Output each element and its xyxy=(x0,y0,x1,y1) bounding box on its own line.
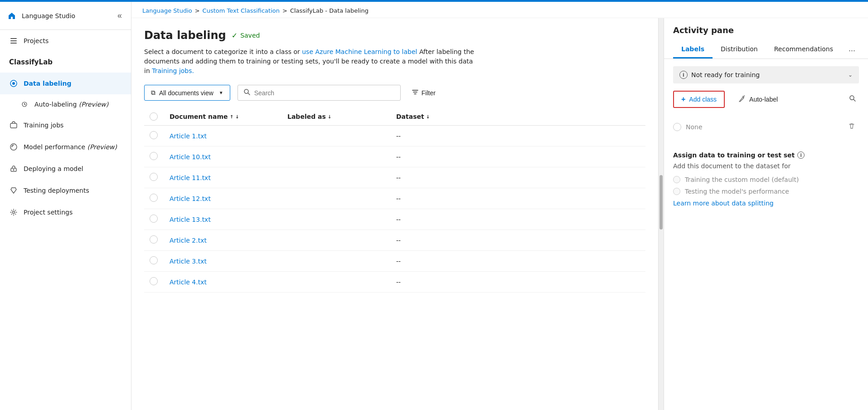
sidebar-item-testing-deployments[interactable]: Testing deployments xyxy=(0,180,131,201)
deploy-icon xyxy=(9,164,18,173)
sidebar-item-model-performance[interactable]: Model performance (Preview) xyxy=(0,136,131,158)
tab-distribution-label: Distribution xyxy=(721,45,758,53)
activity-pane-title: Activity pane xyxy=(673,25,859,35)
projects-icon xyxy=(9,36,18,45)
col-header-labeled[interactable]: Labeled as ↓ xyxy=(282,108,391,126)
doc-link-5[interactable]: Article 2.txt xyxy=(170,237,207,244)
testing-deployments-label: Testing deployments xyxy=(24,187,89,194)
col-labeled-label: Labeled as xyxy=(287,113,326,120)
none-radio[interactable] xyxy=(673,123,681,131)
assign-title-text: Assign data to training or test set xyxy=(673,151,795,159)
col-header-dataset[interactable]: Dataset ↓ xyxy=(391,108,645,126)
row-radio-0[interactable] xyxy=(150,131,158,139)
testing-radio[interactable] xyxy=(673,188,680,195)
data-labeling-label: Data labeling xyxy=(24,80,71,87)
sidebar: Language Studio « Projects ClassifyLab xyxy=(0,2,131,410)
add-class-button[interactable]: + Add class xyxy=(673,91,725,108)
sidebar-item-deploying-model[interactable]: Deploying a model xyxy=(0,158,131,180)
tab-labels[interactable]: Labels xyxy=(673,41,713,59)
training-jobs-link[interactable]: Training jobs. xyxy=(152,67,194,74)
breadcrumb-sep1: > xyxy=(195,7,200,14)
search-input[interactable] xyxy=(254,89,395,97)
sidebar-item-language-studio[interactable]: Language Studio xyxy=(7,11,75,20)
row-dataset-cell: -- xyxy=(391,167,645,188)
doc-link-2[interactable]: Article 11.txt xyxy=(170,174,211,181)
chevron-down-icon: ▼ xyxy=(219,90,223,95)
sidebar-item-training-jobs[interactable]: Training jobs xyxy=(0,114,131,136)
svg-rect-2 xyxy=(10,43,17,44)
row-radio-4[interactable] xyxy=(150,215,158,223)
project-settings-label: Project settings xyxy=(24,209,73,216)
not-ready-label: Not ready for training xyxy=(691,71,760,78)
row-name-cell: Article 1.txt xyxy=(164,126,282,146)
search-icon xyxy=(243,88,251,97)
sidebar-header: Language Studio « xyxy=(0,2,131,30)
row-name-cell: Article 2.txt xyxy=(164,230,282,251)
labeled-sort-icon: ↓ xyxy=(328,114,331,119)
doc-link-4[interactable]: Article 13.txt xyxy=(170,216,211,223)
sidebar-item-projects[interactable]: Projects xyxy=(0,30,131,52)
view-dropdown-button[interactable]: ⧉ All documents view ▼ xyxy=(144,85,230,101)
doc-link-7[interactable]: Article 4.txt xyxy=(170,278,207,286)
add-class-section: + Add class Auto-label xyxy=(673,91,859,108)
row-dataset-cell: -- xyxy=(391,126,645,146)
doc-link-3[interactable]: Article 12.txt xyxy=(170,195,211,202)
training-radio[interactable] xyxy=(673,176,680,183)
tab-distribution[interactable]: Distribution xyxy=(713,41,766,59)
page-title-row: Data labeling ✓ Saved xyxy=(144,29,645,42)
filter-button[interactable]: Filter xyxy=(408,86,439,100)
saved-label: Saved xyxy=(240,32,260,39)
row-name-cell: Article 4.txt xyxy=(164,272,282,293)
svg-rect-0 xyxy=(10,38,17,39)
not-ready-chevron[interactable]: ⌄ xyxy=(848,72,853,78)
col-header-name[interactable]: Document name ↑ ↓ xyxy=(164,108,282,126)
collapse-button[interactable]: « xyxy=(116,9,124,22)
auto-label-button[interactable]: Auto-label xyxy=(734,93,782,107)
row-radio-7[interactable] xyxy=(150,277,158,285)
none-label: None xyxy=(686,123,703,131)
doc-link-0[interactable]: Article 1.txt xyxy=(170,132,207,140)
row-labeled-cell xyxy=(282,188,391,209)
data-labeling-icon xyxy=(9,79,18,88)
table-row: Article 3.txt -- xyxy=(144,251,645,272)
row-dataset-cell: -- xyxy=(391,251,645,272)
learn-more-link[interactable]: Learn more about data splitting xyxy=(673,200,859,207)
row-name-cell: Article 10.txt xyxy=(164,146,282,167)
table-row: Article 10.txt -- xyxy=(144,146,645,167)
table-row: Article 13.txt -- xyxy=(144,209,645,230)
row-radio-2[interactable] xyxy=(150,173,158,181)
doc-link-1[interactable]: Article 10.txt xyxy=(170,153,211,161)
doc-link-6[interactable]: Article 3.txt xyxy=(170,258,207,265)
svg-point-7 xyxy=(10,144,17,150)
row-check-cell xyxy=(144,126,164,146)
scrollbar-area[interactable] xyxy=(659,18,664,410)
row-radio-3[interactable] xyxy=(150,194,158,202)
row-check-cell xyxy=(144,188,164,209)
checkmark-icon: ✓ xyxy=(232,31,238,40)
row-radio-1[interactable] xyxy=(150,152,158,160)
auto-labeling-icon xyxy=(20,100,29,109)
testing-label: Testing the model's performance xyxy=(685,188,789,195)
document-panel: Data labeling ✓ Saved Select a document … xyxy=(131,18,659,410)
row-radio-5[interactable] xyxy=(150,235,158,244)
sidebar-item-project-settings[interactable]: Project settings xyxy=(0,201,131,223)
scrollbar-thumb[interactable] xyxy=(659,175,663,229)
azure-ml-link[interactable]: use Azure Machine Learning to label xyxy=(302,48,417,55)
training-icon xyxy=(9,121,18,130)
assign-info-icon: i xyxy=(797,151,805,159)
delete-none-button[interactable] xyxy=(844,121,859,133)
sidebar-item-auto-labeling[interactable]: Auto-labeling (Preview) xyxy=(0,94,131,114)
search-pane-button[interactable] xyxy=(846,92,859,107)
breadcrumb-language-studio[interactable]: Language Studio xyxy=(142,7,192,14)
more-options-button[interactable]: ... xyxy=(845,40,859,57)
breadcrumb-current: ClassifyLab - Data labeling xyxy=(290,7,369,14)
tab-recommendations[interactable]: Recommendations xyxy=(766,41,841,59)
search-box[interactable] xyxy=(238,85,401,101)
row-check-cell xyxy=(144,167,164,188)
dataset-sort-icon: ↓ xyxy=(426,114,430,119)
breadcrumb-custom-text[interactable]: Custom Text Classification xyxy=(203,7,280,14)
col-name-label: Document name xyxy=(170,113,228,120)
row-radio-6[interactable] xyxy=(150,256,158,264)
sidebar-item-data-labeling[interactable]: Data labeling xyxy=(0,73,131,94)
tab-recommendations-label: Recommendations xyxy=(774,45,833,53)
